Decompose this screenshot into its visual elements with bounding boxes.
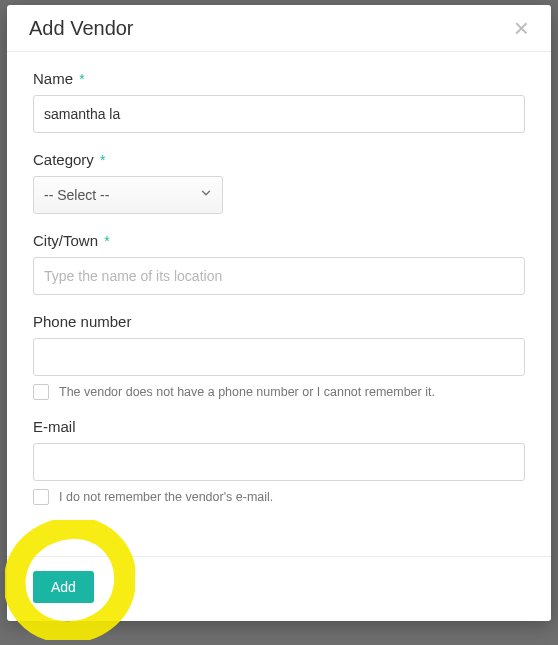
modal-header: Add Vendor × — [7, 5, 551, 52]
city-input[interactable] — [33, 257, 525, 295]
field-email: E-mail I do not remember the vendor's e-… — [33, 418, 525, 505]
name-label: Name * — [33, 70, 525, 87]
phone-label: Phone number — [33, 313, 525, 330]
field-category: Category * -- Select -- — [33, 151, 525, 214]
email-input[interactable] — [33, 443, 525, 481]
category-selected[interactable]: -- Select -- — [33, 176, 223, 214]
email-unknown-label: I do not remember the vendor's e-mail. — [59, 490, 273, 504]
email-label: E-mail — [33, 418, 525, 435]
email-unknown-row: I do not remember the vendor's e-mail. — [33, 489, 525, 505]
field-city: City/Town * — [33, 232, 525, 295]
category-label: Category * — [33, 151, 525, 168]
modal-body: Name * Category * -- Select -- City/Town… — [7, 52, 551, 556]
phone-input[interactable] — [33, 338, 525, 376]
name-input[interactable] — [33, 95, 525, 133]
asterisk-icon: * — [100, 152, 105, 168]
add-button[interactable]: Add — [33, 571, 94, 603]
city-label: City/Town * — [33, 232, 525, 249]
phone-no-number-checkbox[interactable] — [33, 384, 49, 400]
modal-title: Add Vendor — [29, 17, 134, 40]
add-vendor-modal: Add Vendor × Name * Category * -- Select… — [7, 5, 551, 621]
field-name: Name * — [33, 70, 525, 133]
category-select[interactable]: -- Select -- — [33, 176, 223, 214]
phone-no-number-label: The vendor does not have a phone number … — [59, 385, 435, 399]
asterisk-icon: * — [79, 71, 84, 87]
modal-footer: Add — [7, 556, 551, 621]
field-phone: Phone number The vendor does not have a … — [33, 313, 525, 400]
asterisk-icon: * — [104, 233, 109, 249]
phone-no-number-row: The vendor does not have a phone number … — [33, 384, 525, 400]
close-icon[interactable]: × — [510, 15, 533, 41]
email-unknown-checkbox[interactable] — [33, 489, 49, 505]
